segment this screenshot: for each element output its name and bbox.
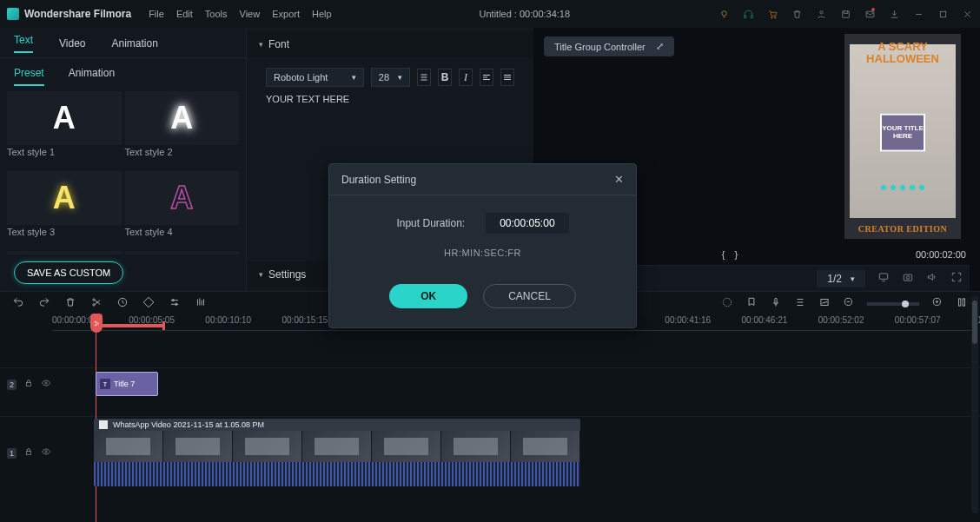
- poster-footer: CREATOR EDITION: [844, 224, 961, 234]
- cancel-button[interactable]: CANCEL: [483, 284, 576, 308]
- tab-text[interactable]: Text: [14, 34, 33, 53]
- close-icon[interactable]: ✕: [614, 173, 624, 186]
- svg-point-30: [45, 451, 47, 453]
- speed-icon[interactable]: [116, 296, 129, 311]
- font-family-select[interactable]: Roboto Light▾: [266, 68, 364, 87]
- download-icon[interactable]: [888, 8, 900, 20]
- cart-icon[interactable]: [766, 8, 778, 20]
- zoom-out-icon[interactable]: [843, 296, 855, 311]
- svg-point-3: [771, 17, 772, 18]
- title-clip[interactable]: TTitle 7: [96, 372, 158, 396]
- delete-icon[interactable]: [64, 296, 76, 311]
- thumbnail-icon[interactable]: [818, 296, 831, 311]
- maximize-icon[interactable]: [937, 8, 949, 20]
- svg-point-11: [906, 276, 910, 280]
- timeline-scrollbar[interactable]: [971, 295, 978, 513]
- fullscreen-icon[interactable]: [950, 271, 963, 286]
- lightbulb-icon[interactable]: [718, 8, 730, 20]
- menu-file[interactable]: File: [149, 9, 164, 19]
- menu-help[interactable]: Help: [312, 9, 332, 19]
- menu-export[interactable]: Export: [272, 9, 300, 19]
- volume-icon[interactable]: [926, 271, 938, 286]
- menu-view[interactable]: View: [240, 9, 261, 19]
- zoom-select[interactable]: 1/2▾: [817, 270, 865, 287]
- zoom-value: 1/2: [827, 273, 842, 285]
- font-size-value: 28: [379, 72, 389, 83]
- preset-item[interactable]: AText style 4: [125, 171, 240, 248]
- svg-rect-29: [27, 452, 31, 455]
- subtab-animation[interactable]: Animation: [69, 67, 115, 86]
- svg-rect-2: [751, 15, 752, 17]
- font-size-select[interactable]: 28▾: [371, 68, 410, 87]
- preset-label: Text style 3: [7, 227, 122, 237]
- ok-button[interactable]: OK: [389, 284, 467, 308]
- title-group-controller[interactable]: Title Group Controller⤢: [544, 36, 674, 56]
- svg-rect-1: [744, 15, 745, 17]
- eye-icon[interactable]: [41, 378, 51, 391]
- user-icon[interactable]: [815, 8, 827, 20]
- adjust-icon[interactable]: [169, 296, 181, 311]
- preset-item[interactable]: AText style 2: [125, 91, 240, 168]
- fit-icon[interactable]: [956, 296, 968, 311]
- svg-rect-10: [904, 274, 911, 281]
- title-placeholder[interactable]: YOUR TITLE HERE: [880, 114, 925, 152]
- chevron-down-icon: ▾: [398, 73, 402, 82]
- undo-icon[interactable]: [12, 296, 24, 311]
- transform-handles[interactable]: [881, 185, 924, 190]
- minimize-icon[interactable]: [912, 8, 924, 20]
- align-justify-button[interactable]: [500, 69, 514, 86]
- title-clip-label: Title 7: [114, 380, 135, 388]
- spacing-button[interactable]: [417, 69, 431, 86]
- preset-item[interactable]: A: [7, 251, 122, 254]
- crop-icon[interactable]: [142, 296, 155, 311]
- save-icon[interactable]: [839, 8, 851, 20]
- zoom-slider[interactable]: [867, 302, 919, 306]
- brand-logo-icon: [7, 8, 19, 20]
- align-left-button[interactable]: [480, 69, 493, 86]
- svg-point-26: [95, 324, 96, 326]
- italic-button[interactable]: I: [459, 69, 473, 86]
- trash-icon[interactable]: [791, 8, 803, 20]
- close-icon[interactable]: [961, 8, 973, 20]
- headphone-icon[interactable]: [742, 8, 754, 20]
- eye-icon[interactable]: [41, 446, 51, 459]
- lock-icon[interactable]: [23, 378, 34, 391]
- title-bar: Wondershare Filmora File Edit Tools View…: [0, 0, 980, 28]
- text-input-value[interactable]: YOUR TEXT HERE: [266, 94, 514, 104]
- track-number: 2: [7, 380, 17, 390]
- audio-icon[interactable]: [195, 296, 207, 311]
- chevron-down-icon: ▾: [851, 274, 855, 283]
- svg-rect-6: [842, 10, 849, 17]
- duration-label: Input Duration:: [396, 217, 465, 229]
- video-clip[interactable]: WhatsApp Video 2021-11-15 at 1.05.08 PM: [94, 419, 580, 486]
- display-icon[interactable]: [877, 271, 890, 286]
- duration-format: HR:MIN:SEC:FR: [343, 248, 622, 258]
- preset-grid: AText style 1 AText style 2 AText style …: [0, 86, 246, 254]
- tab-video[interactable]: Video: [59, 37, 85, 50]
- redo-icon[interactable]: [38, 296, 50, 311]
- split-icon[interactable]: [90, 296, 103, 311]
- message-icon[interactable]: [864, 8, 876, 20]
- menu-tools[interactable]: Tools: [205, 9, 228, 19]
- snapshot-icon[interactable]: [902, 271, 914, 286]
- mixer-icon[interactable]: [794, 296, 806, 311]
- preset-item[interactable]: AText style 1: [7, 91, 122, 168]
- tab-animation[interactable]: Animation: [112, 37, 158, 50]
- subtab-preset[interactable]: Preset: [14, 67, 44, 86]
- menu-edit[interactable]: Edit: [176, 9, 193, 19]
- playhead[interactable]: [90, 315, 103, 333]
- preset-item[interactable]: A: [125, 251, 240, 254]
- render-icon[interactable]: [721, 296, 733, 311]
- preset-label: Text style 2: [125, 147, 240, 157]
- marker-icon[interactable]: [745, 296, 758, 311]
- lock-icon[interactable]: [23, 446, 34, 459]
- bold-button[interactable]: B: [438, 69, 452, 86]
- in-out-range[interactable]: [96, 324, 165, 327]
- duration-field[interactable]: 00:00:05:00: [486, 213, 568, 234]
- record-icon[interactable]: [770, 296, 782, 311]
- save-as-custom-button[interactable]: SAVE AS CUSTOM: [14, 261, 123, 284]
- timeline: 00:00:00:0000:00:05:0500:00:10:1000:00:1…: [0, 315, 980, 522]
- zoom-in-icon[interactable]: [931, 296, 944, 311]
- section-font[interactable]: Font: [247, 31, 533, 57]
- preset-item[interactable]: AText style 3: [7, 171, 122, 248]
